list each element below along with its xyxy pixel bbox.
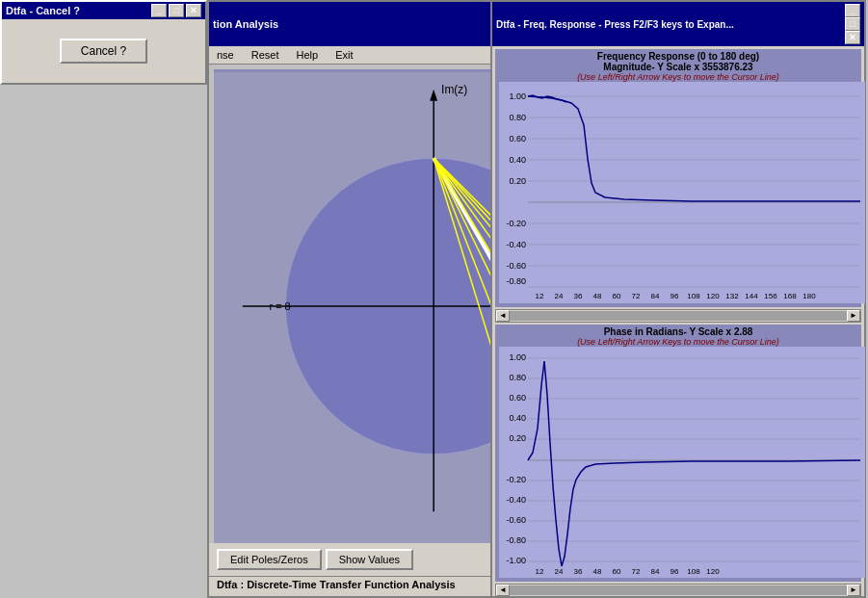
svg-text:36: 36 [574, 292, 583, 300]
svg-text:0.40: 0.40 [509, 155, 526, 165]
svg-text:0.80: 0.80 [509, 373, 526, 382]
scroll-left-btn[interactable]: ◄ [496, 310, 510, 322]
cancel-dialog-title-buttons: _ □ ✕ [151, 4, 201, 17]
svg-text:-0.60: -0.60 [506, 261, 526, 271]
menu-item-nse[interactable]: nse [213, 48, 238, 62]
cancel-button[interactable]: Cancel ? [60, 39, 147, 64]
freq-window-title-buttons: _ □ ✕ [845, 4, 860, 44]
svg-text:r = 8: r = 8 [270, 300, 291, 312]
bottom-scroll-left-btn[interactable]: ◄ [496, 585, 510, 596]
magnitude-title: Magnitude- Y Scale x 3553876.23 [497, 62, 859, 72]
freq-window: Dtfa - Freq. Response - Press F2/F3 keys… [490, 0, 866, 598]
svg-text:180: 180 [802, 292, 816, 300]
cancel-dialog-close-btn[interactable]: ✕ [186, 4, 201, 17]
svg-text:-0.40: -0.40 [506, 495, 526, 505]
svg-text:120: 120 [706, 567, 720, 576]
svg-rect-26 [499, 82, 865, 303]
svg-text:12: 12 [536, 292, 544, 300]
freq-window-title: Dtfa - Freq. Response - Press F2/F3 keys… [496, 19, 734, 30]
bottom-scroll-right-btn[interactable]: ► [847, 585, 860, 596]
svg-text:0.20: 0.20 [509, 176, 526, 186]
magnitude-chart: 1.00 0.80 0.60 0.40 0.20 -0.20 -0.40 -0.… [499, 82, 857, 305]
svg-text:156: 156 [764, 292, 777, 300]
magnitude-subtitle: (Use Left/Right Arrow Keys to move the C… [497, 72, 859, 82]
freq-top-panel: Frequency Response (0 to 180 deg) Magnit… [495, 49, 861, 307]
svg-text:0.80: 0.80 [509, 113, 526, 122]
show-values-button[interactable]: Show Values [326, 549, 413, 570]
svg-text:60: 60 [613, 292, 621, 300]
top-scrollbar[interactable]: ◄ ► [495, 309, 861, 323]
phase-title: Phase in Radians- Y Scale x 2.88 [497, 326, 859, 337]
svg-text:Im(z): Im(z) [441, 83, 467, 96]
svg-text:96: 96 [671, 292, 679, 300]
scroll-track[interactable] [510, 311, 847, 321]
svg-text:48: 48 [593, 292, 602, 300]
phase-subtitle: (Use Left/Right Arrow Keys to move the C… [497, 337, 859, 347]
svg-text:84: 84 [651, 292, 660, 300]
bottom-scroll-track[interactable] [510, 585, 847, 595]
bottom-scrollbar[interactable]: ◄ ► [495, 584, 861, 597]
svg-text:0.40: 0.40 [509, 413, 526, 423]
svg-text:132: 132 [725, 292, 739, 300]
svg-text:24: 24 [555, 292, 564, 300]
svg-text:1.00: 1.00 [509, 91, 526, 101]
svg-text:12: 12 [536, 567, 544, 576]
svg-text:-0.80: -0.80 [506, 535, 526, 545]
svg-text:-0.40: -0.40 [506, 240, 526, 249]
svg-text:48: 48 [593, 567, 602, 576]
svg-text:0.60: 0.60 [509, 134, 526, 143]
svg-text:144: 144 [745, 292, 758, 300]
edit-poles-zeros-button[interactable]: Edit Poles/Zeros [217, 549, 322, 570]
phase-chart: 1.00 0.80 0.60 0.40 0.20 -0.20 -0.40 -0.… [499, 347, 857, 580]
main-window-title: tion Analysis [213, 18, 278, 30]
cancel-dialog-titlebar: Dtfa - Cancel ? _ □ ✕ [2, 2, 205, 19]
svg-text:1.00: 1.00 [509, 352, 526, 362]
svg-text:84: 84 [651, 567, 660, 576]
freq-bottom-panel: Phase in Radians- Y Scale x 2.88 (Use Le… [495, 325, 861, 582]
status-text: Dtfa : Discrete-Time Transfer Function A… [217, 579, 456, 590]
menu-item-exit[interactable]: Exit [331, 48, 356, 62]
magnitude-svg: 1.00 0.80 0.60 0.40 0.20 -0.20 -0.40 -0.… [499, 82, 865, 303]
svg-text:120: 120 [706, 292, 720, 300]
svg-text:0.60: 0.60 [509, 393, 526, 403]
freq-minimize-btn[interactable]: _ [845, 4, 860, 17]
freq-close-btn[interactable]: ✕ [845, 31, 860, 44]
svg-text:-0.80: -0.80 [506, 276, 526, 286]
menu-item-reset[interactable]: Reset [248, 48, 283, 62]
svg-rect-61 [499, 347, 865, 578]
cancel-dialog-maximize-btn[interactable]: □ [169, 4, 184, 17]
svg-text:24: 24 [555, 567, 564, 576]
svg-text:-0.20: -0.20 [506, 475, 526, 484]
freq-window-titlebar: Dtfa - Freq. Response - Press F2/F3 keys… [492, 2, 864, 46]
svg-text:72: 72 [632, 567, 641, 576]
svg-text:0.20: 0.20 [509, 433, 526, 443]
phase-svg: 1.00 0.80 0.60 0.40 0.20 -0.20 -0.40 -0.… [499, 347, 865, 578]
cancel-dialog-minimize-btn[interactable]: _ [151, 4, 167, 17]
cancel-dialog-body: Cancel ? [2, 19, 205, 83]
svg-text:108: 108 [687, 292, 700, 300]
cancel-dialog: Dtfa - Cancel ? _ □ ✕ Cancel ? [0, 0, 207, 85]
svg-text:108: 108 [687, 567, 700, 576]
svg-text:168: 168 [783, 292, 797, 300]
scroll-right-btn[interactable]: ► [847, 310, 860, 322]
menu-item-help[interactable]: Help [293, 48, 323, 62]
svg-text:-1.00: -1.00 [506, 556, 526, 565]
svg-text:-0.20: -0.20 [506, 219, 526, 228]
freq-response-header: Frequency Response (0 to 180 deg) [497, 51, 859, 62]
cancel-dialog-title: Dtfa - Cancel ? [6, 5, 80, 16]
svg-text:60: 60 [613, 567, 621, 576]
freq-maximize-btn[interactable]: □ [845, 17, 860, 31]
svg-text:36: 36 [574, 567, 583, 576]
svg-text:96: 96 [671, 567, 679, 576]
svg-text:-0.60: -0.60 [506, 515, 526, 525]
svg-text:72: 72 [632, 292, 641, 300]
